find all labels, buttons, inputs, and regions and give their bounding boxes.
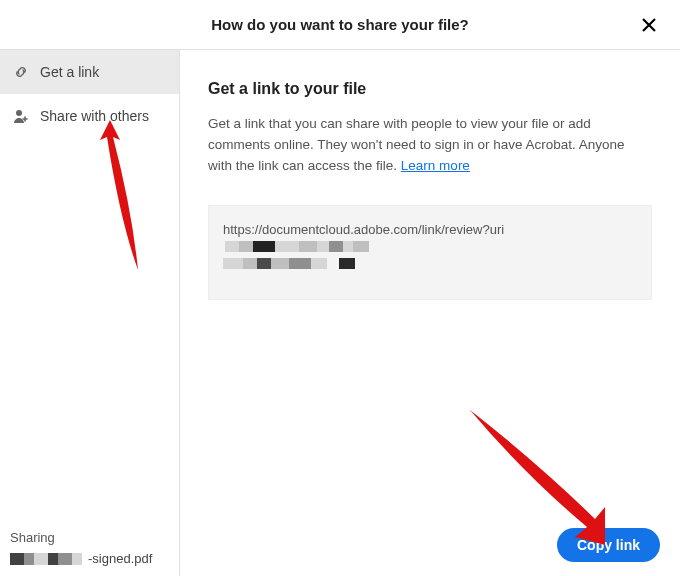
sidebar-item-label: Share with others [40, 108, 149, 124]
copy-link-button[interactable]: Copy link [557, 528, 660, 562]
redacted-link-part1 [225, 241, 369, 252]
person-add-icon [12, 107, 30, 125]
sidebar: Get a link Share with others Sharing -si… [0, 50, 180, 576]
main-panel: Get a link to your file Get a link that … [180, 50, 680, 576]
sidebar-item-share-others[interactable]: Share with others [0, 94, 179, 138]
close-button[interactable] [638, 14, 660, 36]
dialog-title: How do you want to share your file? [211, 16, 469, 33]
panel-title: Get a link to your file [208, 80, 652, 98]
sidebar-item-label: Get a link [40, 64, 99, 80]
learn-more-link[interactable]: Learn more [401, 158, 470, 173]
dialog-content: Get a link Share with others Sharing -si… [0, 50, 680, 576]
panel-description: Get a link that you can share with peopl… [208, 114, 652, 177]
sidebar-footer: Sharing -signed.pdf [10, 530, 169, 566]
redacted-filename [10, 553, 82, 565]
svg-point-0 [16, 110, 22, 116]
share-link-box[interactable]: https://documentcloud.adobe.com/link/rev… [208, 205, 652, 300]
sharing-label: Sharing [10, 530, 169, 545]
share-link-text: https://documentcloud.adobe.com/link/rev… [223, 220, 504, 241]
dialog-header: How do you want to share your file? [0, 0, 680, 50]
redacted-link-part3 [339, 258, 355, 269]
close-icon [641, 17, 657, 33]
link-icon [12, 63, 30, 81]
redacted-link-part2 [223, 258, 327, 269]
filename-row: -signed.pdf [10, 551, 169, 566]
sidebar-item-get-link[interactable]: Get a link [0, 50, 179, 94]
filename-suffix: -signed.pdf [88, 551, 152, 566]
